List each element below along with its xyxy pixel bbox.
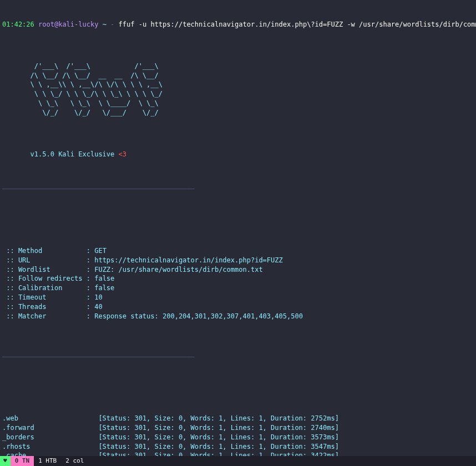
config-value: false [90, 275, 114, 282]
result-row: .rhosts [Status: 301, Size: 0, Words: 1,… [2, 442, 474, 452]
divider-bottom: ________________________________________… [2, 349, 474, 358]
config-row: :: Wordlist : FUZZ: /usr/share/wordlists… [2, 265, 474, 275]
config-row: :: Timeout : 10 [2, 293, 474, 302]
config-row: :: Matcher : Response status: 200,204,30… [2, 312, 474, 321]
statusbar-heart-icon: ♥ [0, 456, 11, 466]
prompt-time: 01:42:26 [2, 21, 34, 28]
version-text: v1.5.0 Kali Exclusive [2, 150, 119, 158]
result-row: .forward [Status: 301, Size: 0, Words: 1… [2, 423, 474, 433]
prompt-path: ~ [103, 21, 107, 28]
result-row: _borders [Status: 301, Size: 0, Words: 1… [2, 433, 474, 442]
config-row: :: URL : https://technicalnavigator.in/i… [2, 256, 474, 265]
config-value: https://technicalnavigator.in/index.php?… [90, 256, 283, 264]
config-row: :: Calibration : false [2, 283, 474, 293]
config-label: :: Threads : [2, 303, 90, 311]
version-line: v1.5.0 Kali Exclusive <3 [2, 150, 474, 159]
config-block: :: Method : GET :: URL : https://technic… [2, 246, 474, 321]
prompt-sep: - [110, 21, 114, 28]
config-label: :: Timeout : [2, 293, 90, 301]
blank-line [2, 377, 474, 386]
prompt-user: root@kali-lucky [38, 21, 98, 28]
config-row: :: Follow redirects : false [2, 274, 474, 283]
heart-icon: <3 [119, 150, 126, 158]
tmux-statusbar[interactable]: ♥ 0 TN 1 HTB 2 col [0, 456, 476, 466]
config-value: false [90, 284, 114, 292]
config-value: 40 [90, 303, 103, 311]
divider-top: ________________________________________… [2, 181, 474, 190]
ffuf-ascii-art: /'___\ /'___\ /'___\ /\ \__/ /\ \__/ __ … [2, 62, 474, 118]
config-label: :: URL : [2, 256, 90, 264]
config-label: :: Calibration : [2, 284, 90, 292]
blank-line [2, 209, 474, 219]
config-value: FUZZ: /usr/share/wordlists/dirb/common.t… [90, 266, 263, 273]
config-value: GET [90, 247, 107, 255]
statusbar-active-tab[interactable]: 0 TN [11, 456, 34, 466]
config-label: :: Matcher : [2, 312, 90, 320]
statusbar-tab-1[interactable]: 1 HTB [34, 456, 61, 465]
config-row: :: Method : GET [2, 246, 474, 256]
config-label: :: Follow redirects : [2, 275, 90, 282]
config-value: 10 [90, 293, 103, 301]
config-value: Response status: 200,204,301,302,307,401… [90, 312, 303, 320]
config-row: :: Threads : 40 [2, 302, 474, 312]
prompt-line: 01:42:26 root@kali-lucky ~ - ffuf -u htt… [2, 20, 474, 29]
statusbar-tab-2[interactable]: 2 col [61, 456, 88, 465]
config-label: :: Method : [2, 247, 90, 255]
terminal-output[interactable]: 01:42:26 root@kali-lucky ~ - ffuf -u htt… [0, 0, 476, 466]
command-text: ffuf -u https://technicalnavigator.in/in… [119, 21, 476, 28]
config-label: :: Wordlist : [2, 266, 90, 273]
result-row: .web [Status: 301, Size: 0, Words: 1, Li… [2, 414, 474, 423]
